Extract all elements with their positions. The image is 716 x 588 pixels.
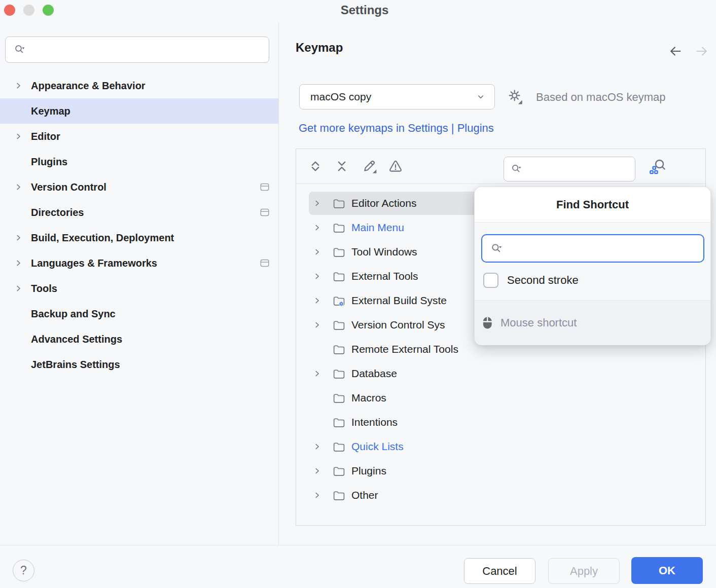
second-stroke-row: Second stroke — [483, 272, 579, 288]
tree-row-intentions[interactable]: Intentions — [296, 410, 705, 434]
collapse-all-icon[interactable] — [334, 159, 349, 174]
ok-button[interactable]: OK — [631, 557, 703, 584]
folder-icon — [332, 416, 345, 429]
tree-row-label: Database — [351, 368, 397, 380]
forward-arrow-icon[interactable] — [695, 44, 709, 58]
sidebar-item-backup-and-sync[interactable]: Backup and Sync — [0, 301, 278, 326]
get-more-keymaps-links: Get more keymaps in Settings | Plugins — [299, 122, 494, 135]
second-stroke-label: Second stroke — [507, 274, 579, 287]
settings-category-list: Appearance & Behavior Keymap — [0, 73, 278, 377]
expand-all-icon[interactable] — [308, 159, 323, 174]
tree-row-label: Plugins — [351, 465, 386, 477]
sidebar-item-version-control[interactable]: Version Control — [0, 174, 278, 200]
chevron-right-icon[interactable] — [312, 369, 321, 378]
folder-icon — [332, 197, 345, 210]
mouse-icon — [482, 316, 493, 330]
back-arrow-icon[interactable] — [668, 44, 683, 58]
tree-row-label: Macros — [351, 392, 386, 404]
sidebar-item-languages-frameworks[interactable]: Languages & Frameworks — [0, 250, 278, 276]
chevron-right-icon[interactable] — [312, 272, 321, 281]
chevron-right-icon[interactable] — [14, 233, 23, 242]
apply-button[interactable]: Apply — [548, 558, 620, 584]
sidebar-divider — [278, 23, 279, 545]
settings-sidebar: Appearance & Behavior Keymap — [0, 23, 278, 545]
folder-icon — [332, 392, 345, 405]
find-shortcut-popup: Find Shortcut Second stroke Mouse shortc… — [474, 187, 711, 345]
chevron-right-icon[interactable] — [312, 199, 321, 208]
keymap-select-value: macOS copy — [310, 91, 475, 103]
tree-search-field[interactable] — [504, 157, 635, 181]
folder-icon — [332, 319, 345, 332]
tree-row-other[interactable]: Other — [296, 483, 705, 507]
chevron-right-icon[interactable] — [312, 320, 321, 329]
sidebar-item-label: Plugins — [31, 156, 67, 168]
sidebar-item-label: Editor — [31, 131, 60, 142]
chevron-right-icon[interactable] — [14, 81, 23, 90]
help-button[interactable]: ? — [13, 560, 34, 581]
sidebar-item-directories[interactable]: Directories — [0, 200, 278, 225]
settings-search-input[interactable] — [26, 37, 269, 62]
sidebar-item-keymap[interactable]: Keymap — [0, 98, 278, 124]
chevron-right-icon[interactable] — [312, 296, 321, 305]
cancel-button[interactable]: Cancel — [464, 558, 535, 584]
window-zoom-button[interactable] — [43, 5, 54, 16]
folder-icon — [332, 368, 345, 380]
find-actions-by-shortcut-icon[interactable] — [650, 158, 667, 175]
chevron-right-icon[interactable] — [14, 132, 23, 141]
sidebar-item-label: JetBrains Settings — [31, 359, 120, 371]
mouse-shortcut-label: Mouse shortcut — [500, 316, 577, 329]
tree-row-quick-lists[interactable]: Quick Lists — [296, 434, 705, 459]
sidebar-item-plugins[interactable]: Plugins — [0, 149, 278, 174]
search-icon — [14, 44, 26, 56]
tree-row-plugins[interactable]: Plugins — [296, 459, 705, 483]
chevron-right-icon[interactable] — [14, 284, 23, 293]
sidebar-item-editor[interactable]: Editor — [0, 124, 278, 149]
tree-row-label: Tool Windows — [351, 246, 417, 258]
tree-row-macros[interactable]: Macros — [296, 386, 705, 410]
based-on-label: Based on macOS keymap — [536, 91, 666, 104]
shortcut-search-input[interactable] — [503, 235, 703, 262]
sidebar-item-appearance-behavior[interactable]: Appearance & Behavior — [0, 73, 278, 98]
edit-shortcut-icon[interactable] — [362, 159, 377, 174]
chevron-right-icon[interactable] — [312, 491, 321, 500]
page-title: Keymap — [296, 41, 343, 55]
chevron-right-icon[interactable] — [312, 223, 321, 232]
tree-search-input[interactable] — [522, 157, 665, 181]
mouse-shortcut-option[interactable]: Mouse shortcut — [475, 300, 710, 345]
shortcut-search-field[interactable] — [481, 234, 704, 263]
window-title: Settings — [278, 3, 451, 17]
second-stroke-checkbox[interactable] — [483, 273, 498, 288]
tree-row-label: Version Control Sys — [351, 319, 445, 331]
sidebar-item-jetbrains-settings[interactable]: JetBrains Settings — [0, 352, 278, 377]
show-conflicts-warning-icon[interactable] — [388, 159, 403, 174]
gear-icon[interactable] — [507, 88, 524, 105]
question-mark-icon: ? — [20, 564, 27, 577]
tree-toolbar — [296, 149, 705, 184]
sidebar-item-label: Languages & Frameworks — [31, 258, 157, 269]
project-level-icon — [259, 207, 270, 218]
chevron-right-icon[interactable] — [312, 466, 321, 475]
sidebar-item-build-execution-deployment[interactable]: Build, Execution, Deployment — [0, 225, 278, 250]
sidebar-item-label: Tools — [31, 283, 57, 295]
get-more-keymaps-link[interactable]: Get more keymaps in Settings — [299, 122, 448, 134]
popup-title: Find Shortcut — [475, 187, 710, 223]
settings-gear-overlay-icon — [339, 301, 344, 306]
search-icon — [511, 163, 522, 175]
sidebar-item-label: Version Control — [31, 181, 106, 193]
tree-row-label: Editor Actions — [351, 197, 416, 209]
settings-search-field[interactable] — [5, 36, 269, 63]
chevron-right-icon[interactable] — [312, 442, 321, 451]
chevron-right-icon[interactable] — [14, 182, 23, 192]
window-close-button[interactable] — [4, 5, 15, 16]
window-minimize-button[interactable] — [23, 5, 34, 16]
tree-row-database[interactable]: Database — [296, 361, 705, 386]
chevron-right-icon[interactable] — [312, 247, 321, 256]
tree-row-label: Other — [351, 489, 378, 501]
chevron-right-icon[interactable] — [14, 259, 23, 268]
sidebar-item-tools[interactable]: Tools — [0, 276, 278, 301]
sidebar-item-advanced-settings[interactable]: Advanced Settings — [0, 326, 278, 352]
keymap-select[interactable]: macOS copy — [299, 84, 495, 109]
sidebar-item-label: Advanced Settings — [31, 334, 122, 345]
folder-icon — [332, 246, 345, 259]
plugins-link[interactable]: Plugins — [457, 122, 494, 134]
